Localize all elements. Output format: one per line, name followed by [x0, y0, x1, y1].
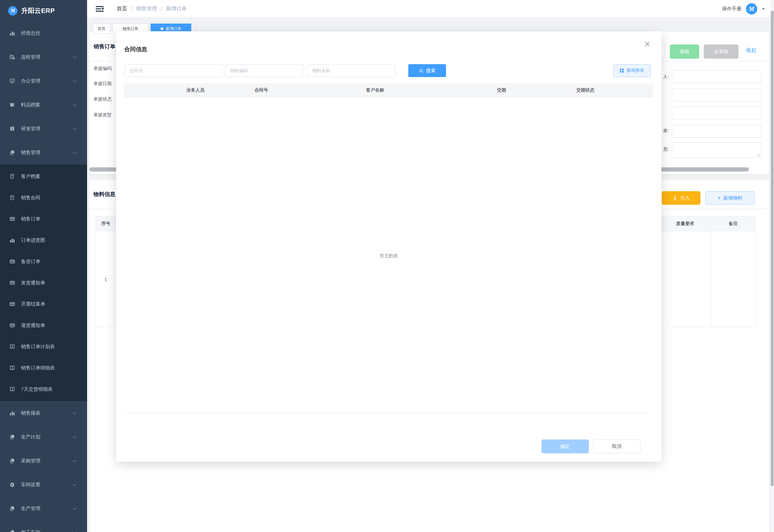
sidebar-item-stock-order[interactable]: 备货订单 — [0, 251, 87, 272]
document-edit-icon — [9, 173, 15, 179]
breadcrumb-sales-mgmt[interactable]: 销售管理 — [136, 5, 157, 12]
sidebar-item-business-overview[interactable]: 经营总控 — [0, 21, 87, 45]
close-icon[interactable] — [643, 40, 652, 49]
breadcrumb: 首页 / 销售管理 / 新增订单 — [117, 0, 187, 18]
sidebar-item-machining-workshop[interactable]: 加工车间 — [0, 520, 87, 532]
sidebar-item-sales-contract[interactable]: 销售合同 — [0, 187, 87, 208]
sales-submenu: 客户档案 销售合同 销售订单 订单进度图 备货订单 发货通知单 开票结算单 退 — [0, 164, 87, 401]
sidebar-item-production-mgmt[interactable]: 生产管理 — [0, 497, 87, 520]
order-form-input-2[interactable] — [672, 89, 761, 102]
field-label-doc-code: 单据编码 — [94, 66, 112, 72]
document-edit-icon — [9, 195, 15, 201]
sidebar-item-sales-mgmt[interactable]: 销售管理 — [0, 141, 87, 164]
sidebar-item-delivery-notice[interactable]: 发货通知单 — [0, 272, 87, 293]
order-form-textarea-info[interactable] — [672, 143, 761, 158]
top-bar: 首页 / 销售管理 / 新增订单 操作手册 M — [87, 0, 774, 18]
table-icon — [9, 259, 15, 264]
breadcrumb-home[interactable]: 首页 — [117, 5, 127, 12]
chevron-down-icon — [73, 410, 77, 415]
chevron-down-icon — [73, 530, 77, 532]
sidebar-item-sales-order[interactable]: 销售订单 — [0, 208, 87, 230]
app-logo: M 升阳云ERP — [0, 0, 87, 21]
bar-chart-icon — [9, 30, 15, 36]
sidebar-item-process-mgmt[interactable]: 流程管理 — [0, 45, 87, 69]
operation-manual-link[interactable]: 操作手册 — [722, 6, 741, 12]
documents-icon — [9, 434, 15, 440]
sidebar-item-workshop-settings[interactable]: 车间设置 — [0, 473, 87, 497]
column-header-salesperson: 业务人员 — [186, 87, 204, 93]
sidebar-item-return-notice[interactable]: 退货通知单 — [0, 315, 87, 336]
contract-no-input[interactable] — [124, 64, 223, 77]
right-field-label-fragment-1: 人: — [663, 74, 669, 80]
sidebar-item-office-mgmt[interactable]: 办公管理 — [0, 69, 87, 93]
modal-footer-divider — [124, 413, 650, 413]
research-icon — [9, 126, 15, 132]
column-header-remark: 备注 — [711, 216, 755, 231]
documents-icon — [9, 529, 15, 532]
table-icon — [9, 280, 15, 286]
bar-chart-icon — [9, 410, 15, 416]
sidebar-item-purchase-mgmt[interactable]: 采购管理 — [0, 449, 87, 473]
column-header-index: 序号 — [95, 216, 116, 231]
resize-grip-icon[interactable] — [756, 153, 760, 157]
vertical-scrollbar[interactable] — [770, 0, 774, 532]
sidebar-item-sales-report[interactable]: 销售报表 — [0, 401, 87, 425]
sales-order-panel-title: 销售订单 — [94, 43, 115, 50]
app-logo-icon: M — [8, 6, 17, 15]
unaudit-button[interactable]: 反审核 — [704, 44, 739, 59]
active-tab-dot-icon — [161, 27, 163, 30]
column-header-customer-name: 客户名称 — [366, 87, 384, 93]
sidebar-item-production-plan[interactable]: 生产计划 — [0, 425, 87, 449]
material-code-input[interactable] — [225, 64, 303, 77]
sidebar-item-material-archive[interactable]: 料品档案 — [0, 93, 87, 117]
modal-title: 合同信息 — [124, 45, 147, 53]
sidebar-item-order-progress[interactable]: 订单进度图 — [0, 230, 87, 251]
sidebar-item-customer-archive[interactable]: 客户档案 — [0, 166, 87, 187]
gear-icon — [9, 482, 15, 488]
column-header-delivery-date: 交期 — [497, 87, 506, 93]
table-icon — [9, 301, 15, 307]
sidebar: M 升阳云ERP 经营总控 流程管理 办公管理 料品档案 研发管理 销售管理 客… — [0, 0, 87, 532]
search-button[interactable]: 搜索 — [408, 64, 446, 77]
tab-home[interactable]: 首页 — [93, 24, 110, 34]
documents-icon — [9, 150, 15, 155]
sidebar-item-rnd-mgmt[interactable]: 研发管理 — [0, 117, 87, 141]
contract-info-modal: 合同信息 搜索 查询所有 业务人员 合同号 客户名称 交期 交期状态 暂无数据 … — [116, 31, 661, 462]
column-header-quality: 质量要求 — [659, 216, 711, 231]
sidebar-item-order-plan-report[interactable]: 销售订单计划表 — [0, 336, 87, 357]
confirm-button[interactable]: 确定 — [541, 439, 589, 453]
table-icon — [9, 322, 15, 328]
chevron-down-icon — [73, 506, 77, 510]
chevron-down-icon — [73, 458, 77, 462]
audit-button[interactable]: 审核 — [670, 44, 699, 59]
field-label-doc-status: 单据状态 — [94, 96, 112, 102]
bar-chart-icon — [9, 237, 15, 243]
sidebar-item-invoice-settlement[interactable]: 开票结算单 — [0, 293, 87, 315]
vertical-scrollbar-thumb[interactable] — [771, 11, 774, 486]
avatar[interactable]: M — [746, 3, 757, 15]
add-material-button[interactable]: 新增物料 — [705, 191, 755, 205]
sidebar-item-order-detail-report[interactable]: 销售订单明细表 — [0, 357, 87, 379]
collapse-panel-link[interactable]: 收起 — [746, 47, 756, 54]
order-form-input-1[interactable] — [672, 70, 761, 83]
workflow-icon — [9, 54, 15, 60]
user-menu-caret-icon[interactable] — [762, 8, 765, 10]
collapse-sidebar-icon[interactable] — [96, 6, 104, 12]
order-form-input-3[interactable] — [672, 106, 761, 119]
office-icon — [9, 78, 15, 84]
material-name-input[interactable] — [307, 64, 395, 77]
open-book-icon — [9, 365, 15, 371]
query-all-button[interactable]: 查询所有 — [613, 64, 651, 77]
cancel-button[interactable]: 取消 — [593, 439, 640, 453]
order-form-input-country[interactable] — [672, 125, 761, 138]
chevron-down-icon — [73, 54, 77, 59]
field-label-doc-date: 单据日期 — [94, 81, 112, 87]
table-icon — [9, 216, 15, 222]
book-icon — [9, 102, 15, 108]
sidebar-item-7day-delivery-report[interactable]: 7天交货明细表 — [0, 379, 87, 400]
grid-icon — [620, 69, 624, 73]
field-label-doc-type: 单据类型 — [94, 112, 112, 118]
chevron-down-icon — [73, 78, 77, 83]
row-index-cell: 1 — [95, 231, 116, 328]
import-button[interactable]: 引入 — [662, 191, 700, 205]
